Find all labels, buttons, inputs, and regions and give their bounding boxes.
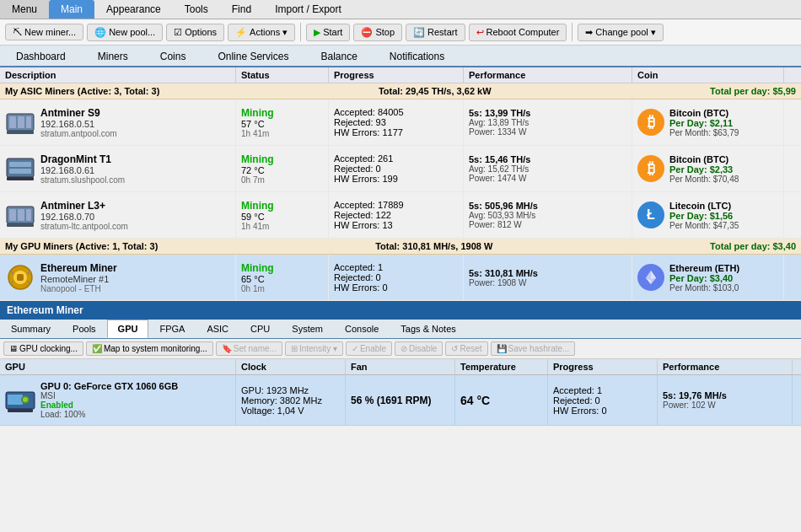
detail-tab-tags[interactable]: Tags & Notes xyxy=(390,320,466,338)
asic-miner-row-2[interactable]: DragonMint T1 192.168.0.61 stratum.slush… xyxy=(0,146,801,192)
svg-rect-3 xyxy=(26,116,31,128)
gpu-miner-1-perf-power: Power: 1908 W xyxy=(469,278,626,287)
asic-miner-2-coin-cell: ₿ Bitcoin (BTC) Per Day: $2,33 Per Month… xyxy=(632,146,784,191)
set-name-button[interactable]: 🔖 Set name... xyxy=(216,341,282,356)
asic-miner-1-accepted: Accepted: 84005 xyxy=(334,107,458,117)
gpu-miner-1-per-day: Per Day: $3,40 xyxy=(669,273,739,283)
gpu-device-row-0[interactable]: GPU 0: GeForce GTX 1060 6GB MSI Enabled … xyxy=(0,375,801,426)
col-header-progress: Progress xyxy=(329,67,464,83)
change-pool-button[interactable]: ➡ Change pool ▾ xyxy=(578,24,663,41)
asic-miner-2-per-month: Per Month: $70,48 xyxy=(669,175,739,184)
detail-tab-gpu[interactable]: GPU xyxy=(107,320,149,338)
asic-miner-1-per-month: Per Month: $63,79 xyxy=(669,128,739,137)
gpu-miner-1-status: Mining xyxy=(241,262,323,274)
options-button[interactable]: ☑ Options xyxy=(166,24,224,41)
asic-miner-1-per-day: Per Day: $2,11 xyxy=(669,118,739,128)
gpu-device-0-perf-power: Power: 102 W xyxy=(663,400,787,410)
detail-tab-console[interactable]: Console xyxy=(334,320,390,338)
gpu-miner-1-info: Ethereum Miner RemoteMiner #1 Nanopool -… xyxy=(40,262,117,293)
tab-online-services[interactable]: Online Services xyxy=(202,46,304,67)
save-hashrate-button[interactable]: 💾 Save hashrate... xyxy=(491,341,576,356)
tab-miners[interactable]: Miners xyxy=(82,46,144,67)
asic-miner-3-coin-cell: Ł Litecoin (LTC) Per Day: $1,56 Per Mont… xyxy=(632,192,784,238)
svg-rect-7 xyxy=(9,169,31,174)
gpu-miner-1-status-cell: Mining 65 °C 0h 1m xyxy=(236,255,329,300)
restart-button[interactable]: 🔄 Restart xyxy=(406,24,465,41)
gpu-device-0-fan: 56 % (1691 RPM) xyxy=(351,395,449,406)
enable-button[interactable]: ✓ Enable xyxy=(346,341,392,356)
intensity-button[interactable]: ⊞ Intensity ▾ xyxy=(285,341,343,356)
gpu-group-per-day: Total per day: $3,40 xyxy=(710,241,796,251)
ltc-icon: Ł xyxy=(637,202,664,228)
actions-button[interactable]: ⚡ Actions ▾ xyxy=(228,24,295,41)
restart-icon: 🔄 xyxy=(413,27,425,38)
asic-miner-3-name: Antminer L3+ xyxy=(40,200,128,212)
svg-rect-4 xyxy=(7,131,34,134)
tab-balance[interactable]: Balance xyxy=(304,46,373,67)
svg-rect-2 xyxy=(18,116,24,128)
asic-miner-3-hw: HW Errors: 13 xyxy=(334,220,458,230)
menu-item-import-export[interactable]: Import / Export xyxy=(263,0,353,19)
menu-item-find[interactable]: Find xyxy=(220,0,263,19)
tab-dashboard[interactable]: Dashboard xyxy=(0,46,82,67)
menu-item-menu[interactable]: Menu xyxy=(0,0,49,19)
asic-miner-row-1[interactable]: Antminer S9 192.168.0.51 stratum.antpool… xyxy=(0,99,801,146)
asic-miner-3-performance-cell: 5s: 505,96 MH/s Avg: 503,93 MH/s Power: … xyxy=(464,192,632,238)
asic-miner-2-accepted: Accepted: 261 xyxy=(334,153,458,164)
asic-miner-1-desc: Antminer S9 192.168.0.51 stratum.antpool… xyxy=(5,107,230,138)
asic-miner-3-elapsed: 1h 41m xyxy=(241,222,323,231)
detail-header: Ethereum Miner xyxy=(0,301,801,320)
set-name-icon: 🔖 xyxy=(222,344,232,353)
gpu-miner-row-1[interactable]: Ethereum Miner RemoteMiner #1 Nanopool -… xyxy=(0,255,801,301)
menu-item-tools[interactable]: Tools xyxy=(173,0,220,19)
gpu-miner-1-name: Ethereum Miner xyxy=(40,262,117,274)
asic-miner-2-status: Mining xyxy=(241,153,323,165)
reset-button[interactable]: ↺ Reset xyxy=(445,341,487,356)
asic-miner-3-status: Mining xyxy=(241,200,323,212)
asic-miner-1-pool: stratum.antpool.com xyxy=(40,129,117,138)
asic-miner-2-performance-cell: 5s: 15,46 TH/s Avg: 15,62 TH/s Power: 14… xyxy=(464,146,632,191)
asic-miner-row-3[interactable]: Antminer L3+ 192.168.0.70 stratum-ltc.an… xyxy=(0,192,801,239)
svg-rect-11 xyxy=(18,209,24,221)
asic-miner-1-desc-cell: Antminer S9 192.168.0.51 stratum.antpool… xyxy=(0,99,236,145)
detail-tab-pools[interactable]: Pools xyxy=(62,320,107,338)
svg-rect-1 xyxy=(9,116,16,128)
detail-tabs: Summary Pools GPU FPGA ASIC CPU System C… xyxy=(0,320,801,339)
detail-tab-summary[interactable]: Summary xyxy=(0,320,62,338)
asic-miner-3-per-month: Per Month: $47,35 xyxy=(669,221,739,230)
change-pool-icon: ➡ xyxy=(585,27,593,38)
gpu-device-0-rejected: Rejected: 0 xyxy=(553,395,652,406)
tab-notifications[interactable]: Notifications xyxy=(374,46,460,67)
reboot-button[interactable]: ↩ Reboot Computer xyxy=(469,24,567,41)
asic-miner-1-perf-avg: Avg: 13,89 TH/s xyxy=(469,118,626,127)
toolbar: ⛏ New miner... 🌐 New pool... ☑ Options ⚡… xyxy=(0,19,801,46)
gpu-miner-1-hw: HW Errors: 0 xyxy=(334,282,458,293)
gpu-miner-1-icon xyxy=(5,262,35,293)
gpu-device-0-clock-cell: GPU: 1923 MHz Memory: 3802 MHz Voltage: … xyxy=(236,375,346,425)
asic-miner-3-pool: stratum-ltc.antpool.com xyxy=(40,222,128,231)
disable-button[interactable]: ⊘ Disable xyxy=(395,341,443,356)
detail-tab-system[interactable]: System xyxy=(281,320,334,338)
detail-tab-asic[interactable]: ASIC xyxy=(196,320,239,338)
detail-tab-fpga[interactable]: FPGA xyxy=(148,320,196,338)
new-pool-icon: 🌐 xyxy=(94,27,106,38)
svg-rect-25 xyxy=(8,409,33,412)
gpu-miner-1-desc-cell: Ethereum Miner RemoteMiner #1 Nanopool -… xyxy=(0,255,236,300)
new-pool-button[interactable]: 🌐 New pool... xyxy=(87,24,163,41)
gpu-col-header-performance: Performance xyxy=(658,359,793,374)
gpu-device-0-desc-cell: GPU 0: GeForce GTX 1060 6GB MSI Enabled … xyxy=(0,375,236,425)
asic-miner-2-perf-avg: Avg: 15,62 TH/s xyxy=(469,164,626,174)
svg-rect-12 xyxy=(26,209,31,221)
asic-miner-2-desc: DragonMint T1 192.168.0.61 stratum.slush… xyxy=(5,153,230,185)
map-monitoring-button[interactable]: ✅ Map to system monitoring... xyxy=(86,341,213,356)
asic-group-total: Total: 29,45 TH/s, 3,62 kW xyxy=(379,86,492,96)
menu-item-main[interactable]: Main xyxy=(49,0,94,19)
gpu-clocking-button[interactable]: 🖥 GPU clocking... xyxy=(3,341,83,356)
new-miner-button[interactable]: ⛏ New miner... xyxy=(5,24,83,40)
gpu-miner-1-per-month: Per Month: $103,0 xyxy=(669,283,739,293)
tab-coins[interactable]: Coins xyxy=(144,46,202,67)
start-button[interactable]: ▶ Start xyxy=(306,24,350,41)
stop-button[interactable]: ⛔ Stop xyxy=(353,24,402,41)
detail-tab-cpu[interactable]: CPU xyxy=(239,320,281,338)
menu-item-appearance[interactable]: Appearance xyxy=(94,0,173,19)
